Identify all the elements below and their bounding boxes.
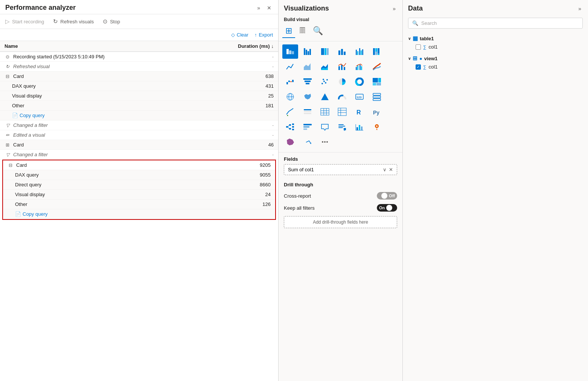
keep-all-filters-toggle[interactable]: On [377, 204, 397, 212]
table-row: DAX query 9055 [3, 170, 275, 180]
refresh-icon: ↻ [53, 18, 58, 25]
chart-table[interactable] [317, 105, 333, 119]
chart-treemap[interactable] [369, 75, 385, 89]
table-row: DAX query 431 [0, 81, 278, 91]
chart-metrics[interactable] [352, 120, 367, 134]
svg-rect-76 [286, 126, 288, 128]
chart-scatter[interactable] [317, 75, 333, 89]
chart-multi-row-card[interactable] [369, 90, 385, 104]
cross-report-label: Cross-report [284, 193, 311, 199]
table-row: ⊞ Card 46 [0, 140, 278, 150]
cross-report-toggle[interactable]: Off [377, 192, 397, 200]
chart-key-influencers[interactable] [300, 120, 315, 134]
row-label: Recording started (5/15/2023 5:10:49 PM) [13, 54, 105, 59]
viz-tab-chart[interactable]: ⊞ [282, 24, 295, 38]
chart-ellipsis[interactable] [317, 135, 333, 149]
chart-area[interactable] [300, 59, 315, 74]
chart-matrix[interactable] [334, 105, 350, 119]
row-label: Visual display [12, 93, 42, 99]
svg-rect-21 [378, 48, 379, 53]
tree-group-header-view1[interactable]: ∨ ⊞ ● view1 [408, 54, 583, 63]
copy-query-button[interactable]: 📄 Copy query [12, 113, 44, 118]
chart-pie[interactable] [334, 75, 350, 89]
svg-rect-0 [286, 49, 289, 54]
chart-r-visual[interactable]: R [352, 105, 367, 119]
chart-more[interactable] [300, 135, 315, 149]
cross-report-row: Cross-report Off [279, 190, 402, 202]
chart-100-stacked-bar[interactable] [317, 44, 333, 59]
search-box[interactable]: 🔍 Search [408, 18, 583, 29]
data-panel: Data » 🔍 Search ∨ ▦ table1 ∑ col1 ∨ ⊞ ● [403, 0, 588, 381]
chart-waterfall[interactable] [282, 75, 298, 89]
viz-tab-analytics[interactable]: 🔍 [310, 24, 326, 38]
chart-column[interactable] [334, 44, 350, 59]
viz-collapse-button[interactable]: » [391, 5, 397, 12]
svg-point-41 [323, 81, 325, 82]
svg-rect-84 [303, 124, 312, 125]
chart-python-visual[interactable]: Py [369, 105, 385, 119]
list-item[interactable]: ∑ col1 [408, 43, 583, 51]
chart-line[interactable] [282, 59, 298, 74]
copy-query-row[interactable]: 📄 Copy query [0, 111, 278, 120]
row-label: Visual display [15, 192, 45, 197]
chart-line-and-clustered-column[interactable] [352, 59, 367, 74]
list-item[interactable]: ✓ ∑ col1 [408, 63, 583, 71]
table-row: Other 126 [3, 200, 275, 209]
search-placeholder: Search [421, 20, 437, 26]
row-label: Changed a filter [13, 122, 48, 128]
data-collapse-button[interactable]: » [577, 5, 583, 12]
chart-arcgis-map[interactable] [369, 120, 385, 134]
col1-checkbox-view1[interactable]: ✓ [416, 64, 421, 70]
chart-shape-map[interactable] [282, 135, 298, 149]
chart-azure-map[interactable] [317, 90, 333, 104]
chart-ribbon[interactable] [369, 59, 385, 74]
performance-analyzer-panel: Performance analyzer » ✕ ▷ Start recordi… [0, 0, 279, 381]
copy-query-button-selected[interactable]: 📄 Copy query [15, 211, 47, 217]
svg-rect-59 [373, 96, 381, 98]
chart-slicer[interactable] [300, 105, 315, 119]
export-button[interactable]: ↑ Export [254, 32, 273, 38]
chart-clustered-bar[interactable] [300, 44, 315, 59]
row-label: Card [16, 162, 27, 168]
svg-rect-81 [292, 129, 294, 130]
chart-decomposition-tree[interactable] [282, 120, 298, 134]
filter-icon: ▽ [5, 152, 11, 157]
chart-stacked-area[interactable] [317, 59, 333, 74]
copy-query-row-selected[interactable]: 📄 Copy query [3, 209, 275, 219]
chart-map[interactable] [282, 90, 298, 104]
row-label: Card [13, 142, 24, 148]
chart-gauge[interactable] [334, 90, 350, 104]
field-remove-icon[interactable]: ✕ [389, 167, 393, 172]
chart-stacked-bar[interactable] [282, 44, 298, 59]
chart-clustered-column[interactable] [352, 44, 367, 59]
chart-filled-map[interactable] [300, 90, 315, 104]
chart-smart-narrative[interactable] [334, 120, 350, 134]
perf-collapse-button[interactable]: » [256, 4, 262, 12]
chart-100-stacked-column[interactable] [369, 44, 385, 59]
tree-group-header-table1[interactable]: ∨ ▦ table1 [408, 34, 583, 43]
start-recording-button[interactable]: ▷ Start recording [5, 18, 44, 25]
svg-point-97 [324, 141, 326, 143]
data-panel-title: Data [408, 5, 423, 12]
chart-funnel[interactable] [300, 75, 315, 89]
svg-rect-4 [306, 50, 307, 55]
stop-button[interactable]: ⊙ Stop [103, 18, 120, 25]
viz-tab-format[interactable]: 𝄜 [297, 24, 308, 38]
clear-button[interactable]: ◇ Clear [231, 32, 248, 38]
field-expand-icon[interactable]: ∨ [383, 167, 387, 172]
svg-rect-5 [308, 51, 309, 55]
add-drillthrough-area[interactable]: Add drill-through fields here [284, 216, 397, 228]
refresh-visuals-button[interactable]: ↻ Refresh visuals [53, 18, 94, 25]
copy-query-label: Copy query [23, 211, 47, 217]
svg-rect-20 [375, 52, 377, 55]
chart-line-and-stacked-column[interactable] [334, 59, 350, 74]
refresh-visuals-label: Refresh visuals [60, 19, 94, 24]
svg-rect-85 [303, 126, 309, 128]
chart-card[interactable]: 123 [352, 90, 367, 104]
chart-qa[interactable] [317, 120, 333, 134]
row-duration: 9055 [252, 172, 271, 178]
col1-checkbox-table1[interactable] [416, 44, 421, 50]
chart-kpi[interactable]: ▲ [282, 105, 298, 119]
chart-donut[interactable] [352, 75, 367, 89]
perf-close-button[interactable]: ✕ [265, 4, 273, 12]
